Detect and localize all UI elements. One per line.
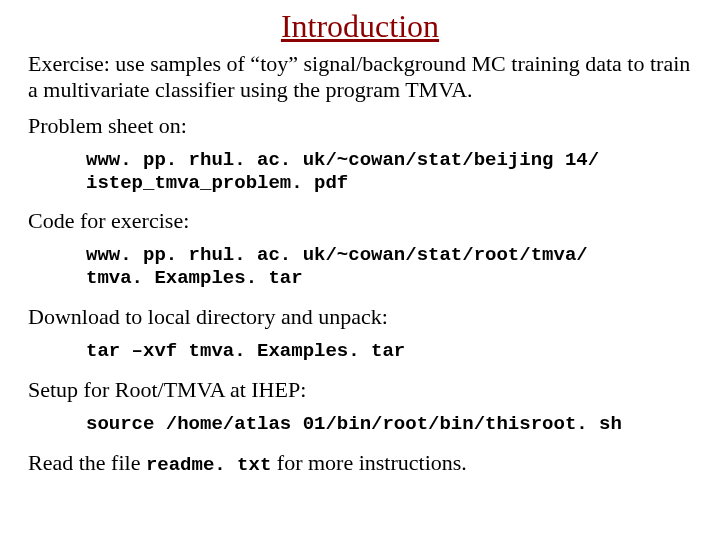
- read-instruction: Read the file readme. txt for more instr…: [28, 450, 692, 476]
- slide: Introduction Exercise: use samples of “t…: [0, 0, 720, 540]
- page-title: Introduction: [28, 8, 692, 45]
- read-suffix: for more instructions.: [271, 450, 467, 475]
- setup-command: source /home/atlas 01/bin/root/bin/thisr…: [86, 413, 692, 436]
- read-prefix: Read the file: [28, 450, 146, 475]
- tar-command: tar –xvf tmva. Examples. tar: [86, 340, 692, 363]
- setup-label: Setup for Root/TMVA at IHEP:: [28, 377, 692, 403]
- download-label: Download to local directory and unpack:: [28, 304, 692, 330]
- intro-text: Exercise: use samples of “toy” signal/ba…: [28, 51, 692, 103]
- code-label: Code for exercise:: [28, 208, 692, 234]
- code-url: www. pp. rhul. ac. uk/~cowan/stat/root/t…: [86, 244, 692, 290]
- problem-label: Problem sheet on:: [28, 113, 692, 139]
- readme-filename: readme. txt: [146, 454, 271, 476]
- problem-url: www. pp. rhul. ac. uk/~cowan/stat/beijin…: [86, 149, 692, 195]
